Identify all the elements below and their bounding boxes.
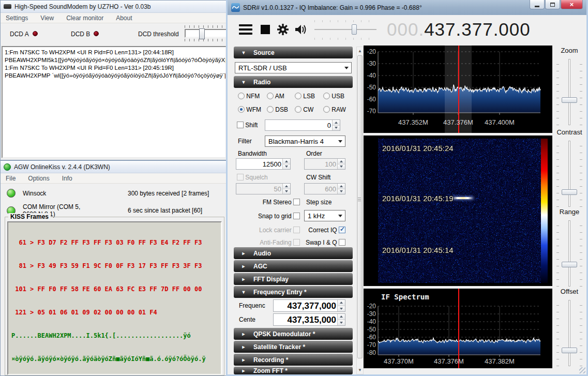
spinner-buttons[interactable] (332, 120, 340, 130)
slider-groove[interactable] (568, 141, 570, 207)
squelch-checkbox[interactable]: Squelch (237, 174, 268, 181)
checkbox-disabled[interactable] (237, 174, 244, 181)
frequency-display[interactable]: 000.437.377.000 (387, 19, 531, 40)
mode-radio-nfm[interactable]: NFM (238, 93, 260, 100)
speaker-icon[interactable] (295, 24, 308, 35)
freq-tick: 437.382M (478, 357, 521, 365)
spinner-buttons[interactable] (337, 159, 345, 169)
qpsk-demodulator-panel-header[interactable]: ►QPSK Demodulator * (234, 328, 353, 340)
range-slider[interactable] (556, 220, 582, 287)
filter-select[interactable]: Blackman-Harris 4 (265, 136, 345, 147)
frequency-entry-panel-header[interactable]: ▼Frequency Entry * (234, 286, 353, 298)
source-panel-header[interactable]: ▼Source (234, 47, 353, 58)
spinner-buttons[interactable] (337, 184, 345, 194)
menu-info[interactable]: Info (62, 175, 72, 182)
recording-panel-header[interactable]: ►Recording * (234, 354, 353, 366)
menu-about[interactable]: About (116, 14, 132, 22)
checkbox[interactable] (237, 122, 244, 128)
order-input[interactable]: 100 (304, 158, 345, 170)
if-spectrum-display[interactable]: IF Spectrum -20 -30 -40 -50 -60 -70 -80 … (364, 289, 552, 368)
radio-panel-header[interactable]: ▼Radio (234, 76, 353, 88)
spinner-buttons[interactable] (282, 184, 290, 194)
menu-file[interactable]: File (6, 175, 16, 182)
radio-circle[interactable] (323, 93, 330, 99)
chevron-right-icon: ► (234, 332, 253, 337)
radio-circle-selected[interactable] (238, 106, 245, 113)
radio-circle[interactable] (323, 106, 330, 113)
snap-to-grid-checkbox[interactable] (293, 213, 300, 219)
contrast-slider[interactable] (556, 141, 582, 207)
step-size-select[interactable]: 1 kHz (304, 210, 345, 221)
bandwidth-input[interactable]: 12500 (236, 158, 291, 170)
menu-options[interactable]: Options (28, 175, 49, 182)
slider-thumb[interactable] (562, 189, 577, 195)
zoom-fft-panel-header[interactable]: ►Zoom FFT * (234, 367, 353, 374)
slider-thumb[interactable] (562, 262, 577, 267)
soundmodem-titlebar[interactable]: High-Speed SoundModem by UZ7HO - Ver 0.0… (1, 1, 228, 13)
source-device-select[interactable]: RTL-SDR / USB (235, 62, 352, 73)
slider-groove[interactable] (568, 220, 570, 287)
packet-monitor[interactable]: 1:Fm N7SKC To WH2XPM <UI R Pid=F0 Len=13… (2, 46, 227, 158)
audio-panel-header[interactable]: ►Audio (234, 247, 353, 259)
frequency-input[interactable]: 437,377,000 (273, 299, 345, 312)
dcd-threshold-slider[interactable] (185, 25, 231, 41)
volume-thumb[interactable] (352, 24, 357, 35)
scrollbar-thumb[interactable] (357, 55, 363, 358)
slider-thumb[interactable] (199, 28, 205, 39)
radio-circle[interactable] (295, 93, 301, 99)
volume-slider[interactable] (314, 20, 376, 40)
sdr-app-icon (231, 3, 240, 12)
mode-radio-am[interactable]: AM (267, 93, 284, 100)
volume-groove[interactable] (314, 29, 376, 30)
radio-circle[interactable] (238, 93, 245, 99)
mode-radio-lsb[interactable]: LSB (295, 93, 315, 100)
menu-view[interactable]: View (40, 14, 54, 22)
offset-slider[interactable] (556, 300, 582, 366)
cw-shift-input[interactable]: 600 (304, 183, 345, 194)
close-button[interactable]: × (561, 0, 583, 9)
panel-scrollbar[interactable]: ▲ ▼ (356, 47, 364, 374)
shift-checkbox[interactable]: Shift (237, 122, 258, 129)
radio-circle[interactable] (295, 106, 301, 113)
slider-thumb[interactable] (562, 348, 577, 353)
mode-radio-cw[interactable]: CW (295, 106, 313, 113)
radio-circle[interactable] (267, 106, 274, 113)
satellite-tracker-panel-header[interactable]: ►Satellite Tracker * (234, 341, 353, 353)
agc-panel-header[interactable]: ►AGC (234, 260, 353, 272)
spinner-buttons[interactable] (282, 159, 290, 169)
spinner-buttons[interactable] (337, 300, 345, 311)
fft-display-panel-header[interactable]: ►FFT Display (234, 273, 353, 285)
mode-radio-raw[interactable]: RAW (323, 106, 346, 113)
slider-groove[interactable] (185, 29, 231, 38)
radio-circle[interactable] (267, 93, 274, 99)
mode-radio-dsb[interactable]: DSB (267, 106, 288, 113)
menu-clear-monitor[interactable]: Clear monitor (66, 14, 103, 22)
scroll-up-icon[interactable]: ▲ (357, 47, 363, 55)
center-input[interactable]: 437,315,000 (273, 313, 345, 326)
squelch-input[interactable]: 50 (236, 183, 291, 194)
menu-hamburger-icon[interactable] (239, 24, 252, 37)
swap-iq-checkbox[interactable] (339, 239, 345, 246)
fm-stereo-checkbox[interactable] (293, 199, 300, 205)
stop-icon[interactable] (261, 25, 270, 34)
shift-input[interactable]: 0 (265, 119, 340, 131)
mode-radio-usb[interactable]: USB (323, 93, 344, 100)
gear-icon[interactable] (277, 23, 289, 36)
resize-grip[interactable] (579, 367, 585, 373)
kiss-frames-log[interactable]: 61 > F3 D7 F2 FF F3 FF F3 03 F0 FF F3 E4… (7, 221, 222, 375)
menu-settings[interactable]: Settings (6, 14, 28, 22)
slider-groove[interactable] (568, 59, 570, 125)
waterfall-display[interactable]: 2016/01/31 20:45:24 2016/01/31 20:45:19 … (364, 136, 552, 286)
slider-groove[interactable] (568, 300, 570, 366)
spinner-buttons[interactable] (337, 314, 345, 325)
main-spectrum-display[interactable]: -20 -30 -40 -50 -60 -70 437.352M 437.376… (364, 46, 552, 133)
scroll-down-icon[interactable]: ▼ (357, 366, 363, 374)
mode-radio-wfm[interactable]: WFM (238, 106, 261, 113)
sdr-titlebar[interactable]: SDR# v1.0.0.1327 - IQ Imbalance: Gain = … (228, 0, 586, 15)
minimize-button[interactable] (530, 0, 545, 9)
agw-titlebar[interactable]: AGW OnlineKiss v. 2.4.4 (DK3WN) (1, 161, 228, 173)
correct-iq-checkbox[interactable] (339, 227, 345, 233)
zoom-slider[interactable] (556, 59, 582, 125)
maximize-button[interactable] (545, 0, 560, 9)
slider-thumb[interactable] (562, 97, 577, 103)
